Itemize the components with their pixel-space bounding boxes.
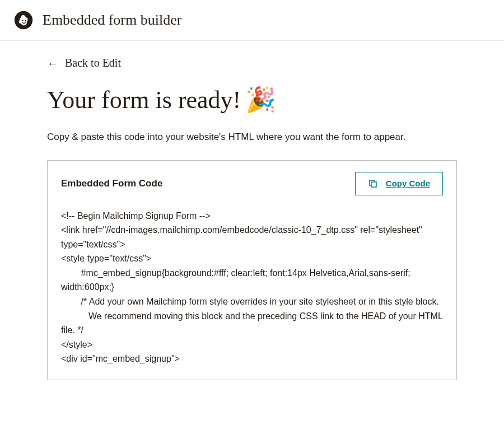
back-link-label: Back to Edit (65, 57, 121, 69)
copy-code-button[interactable]: Copy Code (355, 172, 443, 195)
svg-point-1 (22, 20, 23, 21)
mailchimp-logo-icon (13, 10, 34, 30)
page-title: Your form is ready! 🎉 (47, 85, 457, 114)
copy-button-label: Copy Code (386, 179, 430, 188)
arrow-left-icon: ← (47, 58, 58, 69)
main-content: ← Back to Edit Your form is ready! 🎉 Cop… (0, 41, 504, 403)
page-title-text: Your form is ready! (47, 86, 241, 114)
back-to-edit-link[interactable]: ← Back to Edit (47, 57, 121, 69)
svg-rect-3 (371, 182, 376, 187)
svg-point-2 (25, 20, 26, 21)
embedded-code-panel: Embedded Form Code Copy Code <!-- Begin … (47, 160, 457, 381)
party-popper-icon: 🎉 (245, 85, 276, 114)
code-panel-header: Embedded Form Code Copy Code (48, 161, 456, 207)
embed-code-block[interactable]: <!-- Begin Mailchimp Signup Form --> <li… (48, 207, 456, 380)
instruction-text: Copy & paste this code into your website… (47, 130, 457, 144)
code-panel-title: Embedded Form Code (61, 178, 162, 189)
header-title: Embedded form builder (43, 12, 181, 29)
page-header: Embedded form builder (0, 0, 504, 41)
copy-icon (368, 179, 378, 189)
